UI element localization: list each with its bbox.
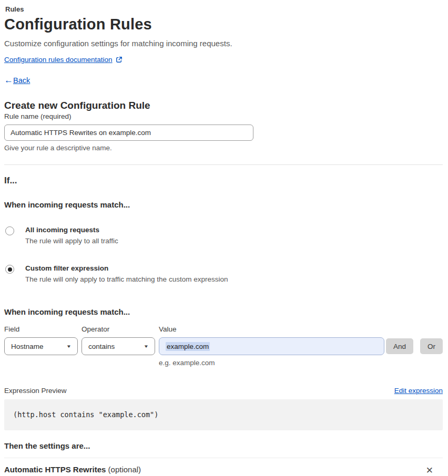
value-input[interactable]: example.com bbox=[159, 337, 384, 355]
or-button[interactable]: Or bbox=[420, 338, 443, 354]
setting-title: Automatic HTTPS Rewrites (optional) bbox=[4, 465, 141, 474]
value-label: Value bbox=[159, 325, 384, 333]
operator-select-value: contains bbox=[88, 343, 115, 350]
expression-preview-label: Expression Preview bbox=[4, 387, 67, 395]
radio-option-description: The rule will apply to all traffic bbox=[25, 237, 118, 245]
radio-option-description: The rule will only apply to traffic matc… bbox=[25, 275, 228, 283]
page-subtitle: Customize configuration settings for mat… bbox=[4, 39, 443, 48]
if-title: If... bbox=[4, 175, 443, 186]
and-button[interactable]: And bbox=[386, 338, 413, 354]
field-label: Field bbox=[4, 325, 78, 333]
expression-code-block: (http.host contains "example.com") bbox=[4, 399, 443, 430]
documentation-link[interactable]: Configuration rules documentation bbox=[4, 56, 113, 64]
chevron-down-icon: ▼ bbox=[144, 344, 149, 349]
value-input-text: example.com bbox=[166, 342, 210, 351]
connector-buttons: And Or bbox=[386, 325, 443, 355]
create-rule-title: Create new Configuration Rule bbox=[4, 100, 443, 111]
radio-option-custom-filter[interactable]: Custom filter expression The rule will o… bbox=[4, 264, 443, 283]
rule-name-help: Give your rule a descriptive name. bbox=[4, 144, 443, 152]
radio-checked-icon[interactable] bbox=[5, 265, 14, 274]
operator-label: Operator bbox=[82, 325, 155, 333]
then-heading: Then the settings are... bbox=[4, 441, 443, 450]
builder-heading: When incoming requests match... bbox=[4, 307, 443, 316]
expression-preview-row: Expression Preview Edit expression bbox=[4, 387, 443, 395]
radio-option-label: All incoming requests bbox=[25, 226, 118, 234]
expression-builder-row: Field Hostname ▼ Operator contains ▼ Val… bbox=[4, 325, 443, 355]
radio-unchecked-icon[interactable] bbox=[5, 226, 14, 235]
page-title: Configuration Rules bbox=[4, 16, 443, 33]
back-link[interactable]: Back bbox=[13, 76, 30, 85]
field-select-value: Hostname bbox=[11, 343, 44, 350]
radio-option-all-requests[interactable]: All incoming requests The rule will appl… bbox=[4, 226, 443, 245]
radio-option-label: Custom filter expression bbox=[25, 264, 228, 272]
value-help: e.g. example.com bbox=[159, 359, 443, 367]
breadcrumb: Rules bbox=[5, 5, 443, 13]
section-divider bbox=[4, 164, 443, 165]
setting-name: Automatic HTTPS Rewrites bbox=[4, 465, 106, 474]
match-heading: When incoming requests match... bbox=[4, 200, 443, 209]
doc-link-row: Configuration rules documentation bbox=[4, 56, 443, 64]
rule-name-input[interactable] bbox=[4, 125, 253, 141]
setting-optional-label: (optional) bbox=[108, 465, 141, 474]
external-link-icon bbox=[116, 56, 123, 63]
setting-card-automatic-https-rewrites: Automatic HTTPS Rewrites (optional) ✕ Tu… bbox=[4, 458, 443, 476]
back-row: ←Back bbox=[4, 76, 443, 85]
chevron-down-icon: ▼ bbox=[66, 344, 72, 349]
edit-expression-link[interactable]: Edit expression bbox=[394, 387, 443, 395]
operator-select[interactable]: contains ▼ bbox=[82, 337, 155, 355]
field-select[interactable]: Hostname ▼ bbox=[4, 337, 78, 355]
expression-code: (http.host contains "example.com") bbox=[13, 410, 158, 419]
rule-name-label: Rule name (required) bbox=[4, 112, 72, 120]
back-arrow-icon: ← bbox=[4, 76, 13, 85]
close-icon[interactable]: ✕ bbox=[423, 465, 436, 476]
